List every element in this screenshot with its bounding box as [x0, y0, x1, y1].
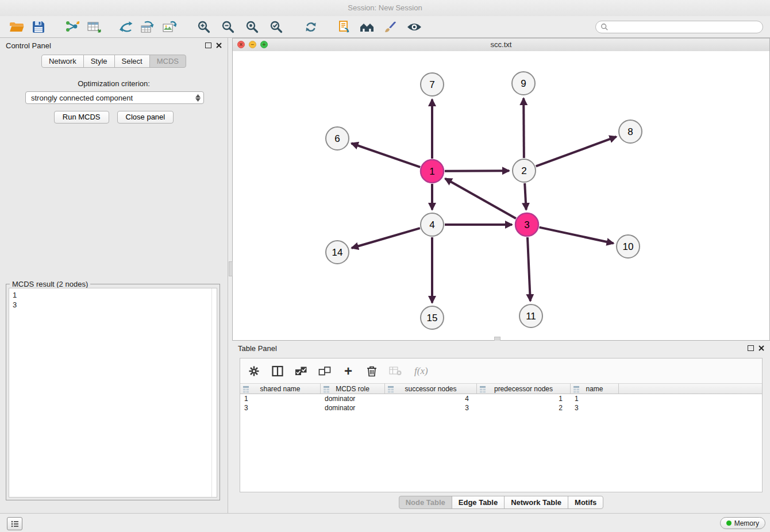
network-canvas[interactable]: 7968124314101511 [233, 51, 769, 340]
network-arrows-icon[interactable] [117, 18, 134, 36]
column-type-icon [323, 385, 330, 393]
network-view-window: × − + scc.txt 7968124314101511 [232, 38, 770, 341]
svg-text:8: 8 [627, 126, 633, 137]
graph-node-10[interactable]: 10 [617, 235, 640, 258]
svg-text:2: 2 [521, 165, 526, 176]
column-header-mcds-role[interactable]: MCDS role [321, 383, 385, 394]
criterion-value: strongly connected component [31, 94, 133, 102]
function-builder-icon[interactable]: f(x) [414, 365, 428, 377]
select-stepper-icon [195, 94, 201, 102]
tab-network-table[interactable]: Network Table [504, 496, 568, 509]
vertical-splitter-handle[interactable] [229, 261, 233, 276]
svg-text:15: 15 [427, 313, 438, 323]
graph-node-3[interactable]: 3 [515, 213, 538, 236]
graph-edge-3-10[interactable] [540, 228, 614, 244]
header-filler [619, 383, 762, 394]
result-line: 1 [13, 290, 213, 300]
graph-edge-2-9[interactable] [523, 98, 524, 158]
tab-motifs[interactable]: Motifs [568, 496, 603, 509]
graph-edge-3-1[interactable] [445, 179, 516, 218]
graph-node-14[interactable]: 14 [326, 241, 349, 264]
table-row[interactable]: 3dominator323 [240, 403, 762, 413]
graph-edge-2-8[interactable] [536, 137, 617, 166]
column-header-shared-name[interactable]: shared name [240, 383, 321, 394]
graph-node-8[interactable]: 8 [619, 120, 642, 143]
float-panel-icon[interactable] [205, 43, 211, 48]
mcds-result-list[interactable]: 13 [9, 288, 217, 498]
graph-node-2[interactable]: 2 [513, 159, 536, 182]
graph-edge-1-2[interactable] [445, 171, 509, 171]
search-box[interactable] [595, 21, 763, 33]
graph-node-15[interactable]: 15 [421, 306, 444, 329]
zoom-selected-icon[interactable] [268, 18, 285, 36]
graph-node-6[interactable]: 6 [326, 127, 349, 150]
close-table-panel-icon[interactable] [759, 345, 764, 351]
optimization-criterion-label: Optimization criterion: [0, 79, 228, 88]
column-header-predecessor-nodes[interactable]: predecessor nodes [477, 383, 571, 394]
search-input[interactable] [611, 22, 758, 32]
import-network-icon[interactable] [63, 18, 80, 36]
open-session-icon[interactable] [8, 18, 25, 36]
save-session-icon[interactable] [30, 18, 47, 36]
float-table-panel-icon[interactable] [748, 345, 754, 351]
graph-edge-1-6[interactable] [352, 143, 421, 167]
column-label: successor nodes [405, 385, 456, 393]
task-list-button[interactable] [7, 517, 22, 530]
close-panel-icon[interactable] [216, 43, 222, 48]
graph-node-9[interactable]: 9 [512, 72, 535, 95]
control-panel: Control Panel NetworkStyleSelectMCDS Opt… [0, 38, 228, 513]
import-table-icon[interactable] [85, 18, 102, 36]
tab-network[interactable]: Network [41, 55, 84, 68]
eye-icon[interactable] [406, 18, 423, 36]
table-arrow-icon[interactable] [139, 18, 156, 36]
table-panel-tabs: Node TableEdge TableNetwork TableMotifs [232, 496, 770, 509]
delete-table-icon[interactable] [388, 364, 402, 378]
graph-node-7[interactable]: 7 [421, 73, 444, 96]
close-window-icon[interactable]: × [237, 41, 245, 48]
tab-edge-table[interactable]: Edge Table [452, 496, 505, 509]
graph-edge-4-14[interactable] [352, 228, 420, 248]
run-mcds-button[interactable]: Run MCDS [54, 111, 109, 124]
main-toolbar [0, 16, 770, 38]
close-panel-button[interactable]: Close panel [117, 111, 174, 124]
split-columns-icon[interactable] [271, 364, 284, 378]
gear-icon[interactable] [247, 364, 261, 378]
add-row-icon[interactable]: + [341, 364, 355, 378]
table-row[interactable]: 1dominator411 [240, 394, 762, 403]
minimize-window-icon[interactable]: − [249, 41, 256, 48]
double-home-icon[interactable] [359, 18, 376, 36]
network-graph[interactable]: 7968124314101511 [233, 51, 769, 341]
image-arrow-icon[interactable] [161, 18, 178, 36]
zoom-fit-icon[interactable] [244, 18, 261, 36]
zoom-in-icon[interactable] [195, 18, 213, 36]
zoom-window-icon[interactable]: + [260, 41, 268, 48]
column-header-name[interactable]: name [571, 383, 619, 394]
tab-node-table[interactable]: Node Table [399, 496, 452, 509]
svg-text:1: 1 [429, 166, 434, 177]
list-icon [11, 521, 19, 527]
tab-style[interactable]: Style [83, 55, 115, 68]
column-type-icon [242, 385, 249, 393]
graph-edge-3-11[interactable] [528, 237, 530, 301]
column-label: predecessor nodes [494, 385, 553, 393]
zoom-out-icon[interactable] [220, 18, 237, 36]
mcds-buttons-row: Run MCDS Close panel [0, 111, 228, 124]
deselect-all-icon[interactable] [318, 364, 332, 378]
tab-mcds[interactable]: MCDS [149, 55, 186, 68]
graph-edge-2-3[interactable] [525, 183, 526, 210]
paintbrush-icon[interactable] [382, 18, 399, 36]
document-arrow-icon[interactable] [336, 18, 353, 36]
select-all-icon[interactable] [294, 364, 308, 378]
graph-node-4[interactable]: 4 [421, 213, 444, 236]
column-header-successor-nodes[interactable]: successor nodes [385, 383, 477, 394]
memory-button[interactable]: Memory [720, 517, 765, 529]
graph-node-11[interactable]: 11 [519, 304, 542, 327]
graph-node-1[interactable]: 1 [421, 160, 444, 183]
optimization-criterion-select[interactable]: strongly connected component [25, 91, 204, 104]
table-cell: 1 [240, 394, 321, 403]
control-panel-title: Control Panel [6, 41, 51, 50]
tab-select[interactable]: Select [114, 55, 150, 68]
refresh-layout-icon[interactable] [302, 18, 319, 36]
column-label: MCDS role [336, 385, 369, 393]
trash-icon[interactable] [365, 364, 379, 378]
